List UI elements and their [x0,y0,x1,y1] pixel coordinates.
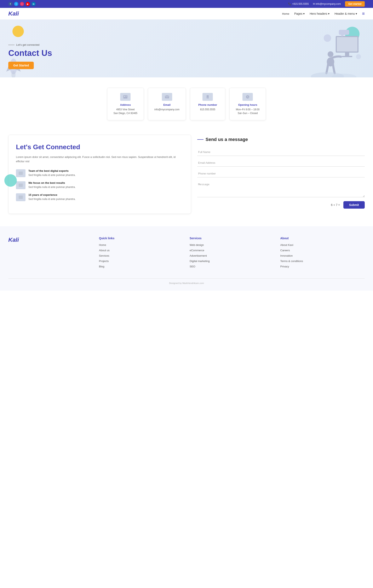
info-card-phone: Phone number 815.555.5555 [190,88,225,120]
footer-link-ad[interactable]: Advertisement [190,254,207,257]
footer-brand: Kali [8,237,93,270]
list-item: Privacy [280,265,365,268]
feature-item-3: 15 years of experience Sed fringilla nul… [16,193,183,201]
info-card-email: Email info@mycompany.com [148,88,186,120]
feature-desc-3: Sed fringilla nulla id ante pulvinar pha… [28,197,76,201]
phone-link[interactable]: 📞 +815.555.5555 [288,2,309,5]
list-item: eCommerce [190,249,274,252]
list-item: Web design [190,243,274,246]
svg-rect-20 [126,96,127,96]
full-name-input[interactable] [197,148,365,156]
svg-rect-5 [345,52,349,56]
svg-point-2 [356,54,361,59]
footer-link-about[interactable]: About us [99,249,110,252]
hero-content: Let's get connected Contact Us Get Start… [8,43,52,77]
email-card-icon [162,93,172,101]
footer-link-about-kavi[interactable]: About Kavi [280,243,293,246]
email-link[interactable]: ✉ info@mycompany.com [313,2,341,5]
top-bar-contact: 📞 +815.555.5555 ✉ info@mycompany.com Get… [288,1,365,7]
email-input[interactable] [197,159,365,167]
phone-card-title: Phone number [197,103,219,106]
address-icon [120,93,131,101]
footer-services: Services Web design eCommerce Advertisem… [190,237,274,270]
list-item: About Kavi [280,243,365,246]
message-group [197,181,365,198]
feature-icon-3 [16,193,25,201]
contact-panel-desc: Lorem ipsum dolor sit amet, consectetur … [16,155,183,164]
logo[interactable]: Kali [8,10,19,17]
footer-logo: Kali [8,237,93,243]
address-card-text: 4953 Vine StreetSan Diego, CA 92465 [114,108,137,115]
contact-panel-title: Let's Get Connected [16,143,183,151]
form-header-line [197,139,204,140]
feature-icon-1 [16,169,25,177]
top-cta-button[interactable]: Get started [345,1,365,7]
footer-link-home[interactable]: Home [99,243,106,246]
footer-link-privacy[interactable]: Privacy [280,265,289,268]
contact-left-panel: Let's Get Connected Lorem ipsum dolor si… [8,135,191,214]
feature-text-3: 15 years of experience Sed fringilla nul… [28,193,76,201]
twitter-icon[interactable]: t [14,2,18,6]
svg-rect-29 [19,196,23,199]
list-item: SEO [190,265,274,268]
svg-point-8 [328,51,333,57]
contact-form-panel: Send us a message 6 + 7 = Submit [197,135,365,209]
footer-about-list: About Kavi Careers Innovation Terms & co… [280,243,365,268]
top-bar: f t i ▶ in 📞 +815.555.5555 ✉ info@mycomp… [0,0,373,8]
list-item: Services [99,254,184,257]
footer-grid: Kali Quick links Home About us Services … [8,237,365,270]
phone-icon: 📞 [288,2,292,5]
hamburger-icon[interactable]: ≡ [362,11,365,16]
footer-link-webdesign[interactable]: Web design [190,243,204,246]
hours-card-text: Mon–Fri 9:00 – 18:00Sat–Sun – Closed [236,108,259,115]
footer-link-seo[interactable]: SEO [190,265,195,268]
footer-quick-links-list: Home About us Services Projects Blog [99,243,184,268]
list-item: About us [99,249,184,252]
phone-card-text: 815.555.5555 [197,108,219,111]
feature-desc-2: Sed fringilla nulla id ante pulvinar pha… [28,185,76,189]
form-title: Send us a message [206,137,248,142]
facebook-icon[interactable]: f [8,2,12,6]
hero-illustration [286,24,365,77]
social-links: f t i ▶ in [8,2,36,6]
list-item: Projects [99,259,184,263]
nav-home[interactable]: Home [282,12,289,15]
footer-services-list: Web design eCommerce Advertisement Digit… [190,243,274,268]
hours-card-title: Opening hours [236,103,259,106]
phone-input[interactable] [197,170,365,177]
hours-icon [242,93,253,101]
nav-pages[interactable]: Pages ▾ [294,12,305,15]
feature-text-1: Team of the best digital experts Sed fri… [28,169,76,177]
instagram-icon[interactable]: i [20,2,24,6]
form-header: Send us a message [197,137,365,142]
nav-header-menu[interactable]: Header & menu ▾ [334,12,357,15]
footer-link-innovation[interactable]: Innovation [280,254,293,257]
list-item: Home [99,243,184,246]
footer-quick-links: Quick links Home About us Services Proje… [99,237,184,270]
footer-link-terms[interactable]: Terms & conditions [280,260,303,263]
footer-link-services[interactable]: Services [99,254,110,257]
hero-title: Contact Us [8,48,52,58]
footer-link-blog[interactable]: Blog [99,265,104,268]
message-textarea[interactable] [197,181,365,197]
svg-rect-4 [337,37,357,52]
submit-button[interactable]: Submit [343,201,365,209]
list-item: Innovation [280,254,365,257]
footer-link-careers[interactable]: Careers [280,249,290,252]
footer-quick-links-heading: Quick links [99,237,184,240]
svg-point-1 [324,34,331,42]
feature-title-1: Team of the best digital experts [28,169,76,172]
svg-rect-11 [339,30,349,35]
footer-link-projects[interactable]: Projects [99,260,109,263]
svg-rect-6 [342,56,352,57]
linkedin-icon[interactable]: in [32,2,36,6]
footer-link-digital[interactable]: Digital marketing [190,260,210,263]
footer-about-heading: About [280,237,365,240]
full-name-group [197,148,365,156]
hero-cta-button[interactable]: Get Started [8,62,34,69]
footer-services-heading: Services [190,237,274,240]
footer-link-ecommerce[interactable]: eCommerce [190,249,204,252]
teal-decoration [4,174,17,187]
nav-hero-headers[interactable]: Hero headers ▾ [310,12,329,15]
youtube-icon[interactable]: ▶ [26,2,30,6]
